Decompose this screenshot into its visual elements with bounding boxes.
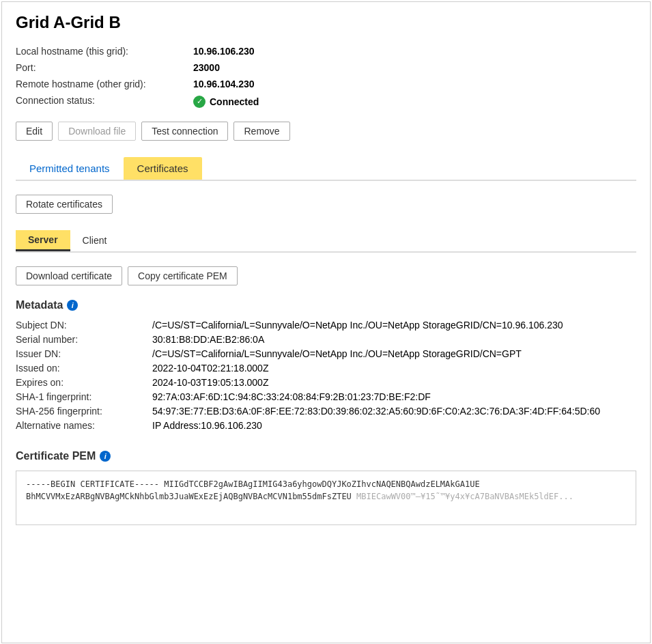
subject-dn-row: Subject DN: /C=US/ST=California/L=Sunnyv… (16, 320, 636, 331)
rotate-certificates-button[interactable]: Rotate certificates (16, 195, 113, 214)
download-certificate-button[interactable]: Download certificate (16, 266, 122, 285)
port-label: Port: (16, 62, 193, 73)
issued-on-value: 2022-10-04T02:21:18.000Z (152, 363, 268, 374)
serial-number-value: 30:81:B8:DD:AE:B2:86:0A (152, 334, 264, 345)
local-hostname-row: Local hostname (this grid): 10.96.106.23… (16, 46, 636, 57)
subject-dn-value: /C=US/ST=California/L=Sunnyvale/O=NetApp… (152, 320, 563, 331)
connection-status-label: Connection status: (16, 95, 193, 106)
cert-pem-section: Certificate PEM i -----BEGIN CERTIFICATE… (16, 450, 636, 525)
sha1-label: SHA-1 fingerprint: (16, 391, 152, 402)
rotate-btn-row: Rotate certificates (16, 195, 636, 214)
port-row: Port: 23000 (16, 62, 636, 73)
copy-certificate-pem-button[interactable]: Copy certificate PEM (128, 266, 238, 285)
connected-icon: ✓ (193, 96, 205, 108)
remote-hostname-label: Remote hostname (other grid): (16, 79, 193, 89)
sub-tabs: Server Client (16, 230, 636, 253)
metadata-section: Metadata i Subject DN: /C=US/ST=Californ… (16, 299, 636, 431)
cert-action-buttons: Download certificate Copy certificate PE… (16, 266, 636, 285)
test-connection-button[interactable]: Test connection (141, 122, 228, 141)
sha1-row: SHA-1 fingerprint: 92:7A:03:AF:6D:1C:94:… (16, 391, 636, 402)
expires-on-label: Expires on: (16, 377, 152, 388)
download-file-button[interactable]: Download file (58, 122, 136, 141)
tabs-container: Permitted tenants Certificates (16, 157, 636, 181)
cert-pem-title: Certificate PEM i (16, 450, 636, 462)
remove-button[interactable]: Remove (233, 122, 289, 141)
issuer-dn-label: Issuer DN: (16, 348, 152, 359)
serial-number-row: Serial number: 30:81:B8:DD:AE:B2:86:0A (16, 334, 636, 345)
sub-tab-client[interactable]: Client (70, 230, 119, 251)
connection-status-value: ✓ Connected (193, 96, 259, 108)
subject-dn-label: Subject DN: (16, 320, 152, 331)
expires-on-row: Expires on: 2024-10-03T19:05:13.000Z (16, 377, 636, 388)
edit-button[interactable]: Edit (16, 122, 53, 141)
issuer-dn-value: /C=US/ST=California/L=Sunnyvale/O=NetApp… (152, 348, 522, 359)
tab-certificates[interactable]: Certificates (124, 157, 202, 180)
alt-names-label: Alternative names: (16, 420, 152, 431)
sub-tab-server[interactable]: Server (16, 230, 70, 251)
remote-hostname-value: 10.96.104.230 (193, 79, 255, 89)
remote-hostname-row: Remote hostname (other grid): 10.96.104.… (16, 79, 636, 89)
sha1-value: 92:7A:03:AF:6D:1C:94:8C:33:24:08:84:F9:2… (152, 391, 431, 402)
alt-names-row: Alternative names: IP Address:10.96.106.… (16, 420, 636, 431)
sha256-row: SHA-256 fingerprint: 54:97:3E:77:EB:D3:6… (16, 406, 636, 417)
info-table: Local hostname (this grid): 10.96.106.23… (16, 46, 636, 108)
local-hostname-value: 10.96.106.230 (193, 46, 255, 57)
issuer-dn-row: Issuer DN: /C=US/ST=California/L=Sunnyva… (16, 348, 636, 359)
expires-on-value: 2024-10-03T19:05:13.000Z (152, 377, 268, 388)
action-buttons: Edit Download file Test connection Remov… (16, 122, 636, 141)
connection-status-row: Connection status: ✓ Connected (16, 95, 636, 108)
cert-pem-help-icon[interactable]: i (100, 451, 111, 462)
metadata-help-icon[interactable]: i (67, 300, 78, 311)
issued-on-row: Issued on: 2022-10-04T02:21:18.000Z (16, 363, 636, 374)
port-value: 23000 (193, 62, 220, 73)
sha256-value: 54:97:3E:77:EB:D3:6A:0F:8F:EE:72:83:D0:3… (152, 406, 600, 417)
connection-status-text: Connected (210, 96, 259, 107)
page-container: Grid A-Grid B Local hostname (this grid)… (1, 1, 651, 643)
issued-on-label: Issued on: (16, 363, 152, 374)
tab-permitted-tenants[interactable]: Permitted tenants (16, 157, 124, 180)
sha256-label: SHA-256 fingerprint: (16, 406, 152, 417)
alt-names-value: IP Address:10.96.106.230 (152, 420, 262, 431)
pem-text: -----BEGIN CERTIFICATE----- MIIGdTCCBF2g… (26, 479, 573, 501)
local-hostname-label: Local hostname (this grid): (16, 46, 193, 57)
page-title: Grid A-Grid B (16, 13, 636, 32)
serial-number-label: Serial number: (16, 334, 152, 345)
metadata-title: Metadata i (16, 299, 636, 311)
pem-content-box: -----BEGIN CERTIFICATE----- MIIGdTCCBF2g… (16, 471, 636, 525)
